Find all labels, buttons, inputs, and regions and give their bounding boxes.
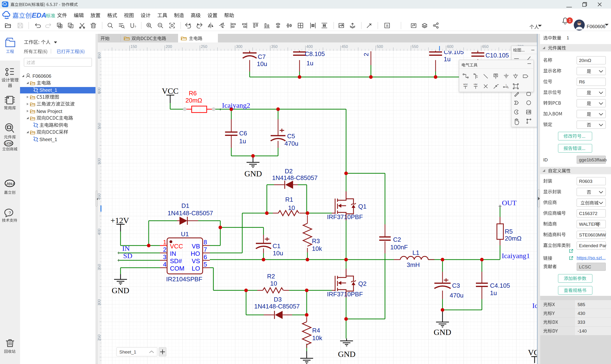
svg-text:1u: 1u: [490, 289, 497, 297]
svg-text:650: 650: [482, 45, 488, 49]
svg-text:4: 4: [163, 261, 166, 268]
svg-text:C2: C2: [393, 236, 401, 243]
svg-text:10: 10: [288, 204, 295, 211]
svg-text:?: ?: [9, 211, 11, 216]
svg-text:LCSC: LCSC: [5, 142, 13, 145]
svg-text:GND: GND: [112, 286, 129, 295]
svg-text:U1: U1: [181, 231, 189, 238]
svg-text:10u: 10u: [257, 60, 267, 67]
svg-text:400: 400: [306, 45, 313, 49]
svg-text:1: 1: [505, 84, 507, 86]
svg-text:GND: GND: [338, 350, 356, 359]
svg-text:?: ?: [134, 25, 136, 29]
svg-text:VC: VC: [528, 348, 538, 357]
svg-text:1: 1: [569, 18, 571, 23]
svg-text:2: 2: [362, 53, 370, 56]
svg-text:B: B: [386, 24, 388, 28]
svg-text:C8.105: C8.105: [305, 51, 325, 57]
svg-text:C3: C3: [452, 282, 460, 289]
svg-text:100nF: 100nF: [390, 244, 408, 251]
svg-text:250: 250: [201, 45, 208, 49]
svg-text:450: 450: [342, 45, 348, 49]
svg-text:C4.105: C4.105: [490, 282, 510, 289]
svg-text:GND: GND: [434, 328, 451, 337]
svg-text:600: 600: [447, 45, 454, 49]
svg-text:2: 2: [163, 246, 166, 253]
svg-text:Q1: Q1: [358, 203, 367, 210]
svg-text:SD: SD: [123, 252, 132, 260]
svg-text:LO: LO: [192, 265, 200, 272]
svg-text:10u: 10u: [273, 250, 283, 257]
svg-text:1: 1: [508, 86, 509, 89]
svg-text:Q2: Q2: [358, 280, 367, 287]
svg-text:3mH: 3mH: [407, 261, 420, 268]
svg-text:300: 300: [98, 299, 101, 306]
svg-text:J@LC: J@LC: [6, 182, 15, 185]
svg-text:D1: D1: [181, 202, 189, 209]
svg-text:1N4148-C85057: 1N4148-C85057: [272, 174, 318, 182]
svg-text:Icaiyan: Icaiyan: [532, 301, 538, 309]
svg-text:Icaiyang1: Icaiyang1: [502, 252, 530, 260]
svg-text:VB: VB: [192, 243, 200, 250]
svg-text:Icaiyang2: Icaiyang2: [222, 101, 250, 109]
svg-text:500: 500: [98, 158, 101, 165]
svg-text:20mΩ: 20mΩ: [505, 235, 522, 242]
svg-text:SD#: SD#: [170, 258, 182, 265]
svg-text:600: 600: [98, 88, 101, 94]
svg-text:1N4148-C85057: 1N4148-C85057: [167, 209, 213, 217]
svg-text:1u: 1u: [306, 60, 313, 67]
svg-text:R1: R1: [285, 196, 293, 203]
svg-text:D3: D3: [274, 296, 282, 303]
svg-text:R3: R3: [312, 237, 320, 245]
svg-text:7: 7: [204, 246, 207, 253]
svg-text:300: 300: [236, 45, 242, 49]
svg-text:10k: 10k: [312, 245, 322, 252]
svg-text:VCC: VCC: [463, 83, 468, 86]
svg-text:1: 1: [163, 239, 166, 246]
svg-text:500: 500: [377, 45, 383, 49]
svg-text:400: 400: [98, 229, 101, 235]
svg-text:IRF3710PBF: IRF3710PBF: [327, 291, 363, 298]
svg-text:IN: IN: [122, 244, 130, 252]
svg-text:C9.105: C9.105: [444, 51, 464, 55]
svg-text:470u: 470u: [284, 140, 298, 147]
svg-text:450: 450: [98, 193, 101, 200]
svg-text:200: 200: [166, 45, 172, 49]
svg-text:8: 8: [204, 239, 207, 246]
svg-text:1N4148-C85057: 1N4148-C85057: [254, 303, 300, 310]
svg-text:COM: COM: [170, 265, 184, 272]
svg-text:HO: HO: [191, 250, 200, 257]
svg-text:1u: 1u: [444, 55, 451, 63]
svg-text:IN: IN: [170, 250, 176, 257]
svg-text:OUT: OUT: [502, 199, 517, 207]
svg-text:1u: 1u: [239, 138, 246, 145]
svg-text:250: 250: [98, 334, 101, 341]
svg-text:IR2104SPBF: IR2104SPBF: [166, 275, 202, 283]
svg-text:R6: R6: [189, 90, 197, 97]
svg-text:C1: C1: [273, 242, 280, 250]
svg-text:D2: D2: [285, 168, 293, 175]
svg-text:+5V: +5V: [473, 83, 477, 86]
svg-text:20mΩ: 20mΩ: [185, 97, 202, 104]
svg-text:C10.105: C10.105: [486, 52, 509, 59]
svg-text:C7: C7: [258, 53, 266, 60]
svg-text:GND: GND: [244, 169, 262, 178]
svg-text:R5: R5: [505, 228, 513, 235]
svg-text:5: 5: [204, 261, 207, 268]
svg-text:550: 550: [412, 45, 418, 49]
svg-text:550: 550: [98, 123, 101, 129]
svg-text:470u: 470u: [450, 292, 463, 299]
svg-text:VCC: VCC: [162, 87, 179, 95]
svg-text:10k: 10k: [312, 334, 322, 342]
svg-text:VS: VS: [192, 258, 200, 265]
svg-text:3: 3: [163, 253, 166, 260]
svg-text:VCC: VCC: [170, 243, 183, 250]
svg-text:350: 350: [98, 264, 101, 270]
svg-text:350: 350: [271, 45, 278, 49]
svg-text:650: 650: [98, 52, 101, 59]
svg-text:150: 150: [131, 45, 137, 49]
svg-text:R2: R2: [267, 273, 275, 280]
svg-text:C6: C6: [239, 130, 247, 137]
svg-text:C5: C5: [287, 132, 295, 140]
svg-text:6: 6: [204, 253, 207, 260]
